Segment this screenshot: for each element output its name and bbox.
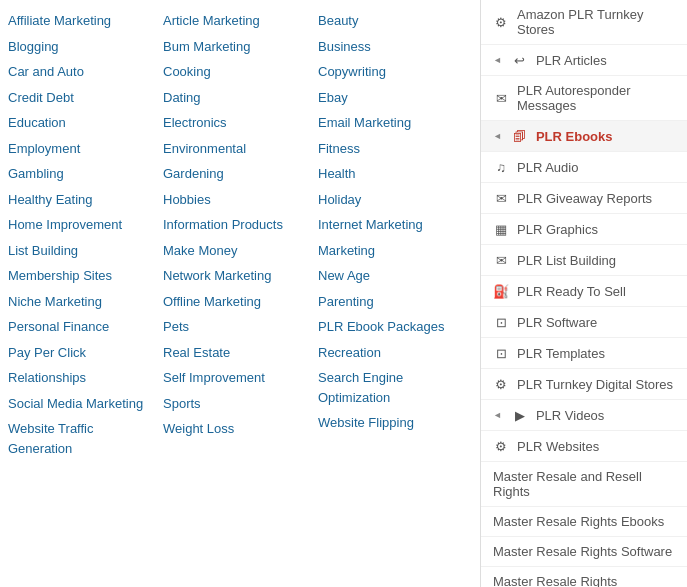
- category-item[interactable]: Home Improvement: [4, 212, 159, 238]
- sidebar-item-master-resale[interactable]: Master Resale and Resell Rights: [481, 462, 687, 507]
- menu-label: Master Resale Rights Templates: [493, 574, 675, 587]
- menu-label: Master Resale and Resell Rights: [493, 469, 675, 499]
- category-panel: Affiliate MarketingBloggingCar and AutoC…: [0, 0, 480, 587]
- cart-icon: ⛽: [493, 283, 509, 299]
- category-item[interactable]: List Building: [4, 238, 159, 264]
- category-item[interactable]: Gambling: [4, 161, 159, 187]
- menu-label: PLR Ready To Sell: [517, 284, 626, 299]
- sidebar-item-master-software[interactable]: Master Resale Rights Software: [481, 537, 687, 567]
- menu-label: PLR Autoresponder Messages: [517, 83, 675, 113]
- category-item[interactable]: Email Marketing: [314, 110, 479, 136]
- category-item[interactable]: Blogging: [4, 34, 159, 60]
- arrow-icon: ◄: [493, 55, 502, 65]
- category-item[interactable]: PLR Ebook Packages: [314, 314, 479, 340]
- gear-icon: ⚙: [493, 376, 509, 392]
- category-item[interactable]: Beauty: [314, 8, 479, 34]
- music-icon: ♫: [493, 159, 509, 175]
- menu-label: PLR Ebooks: [536, 129, 613, 144]
- category-item[interactable]: Holiday: [314, 187, 479, 213]
- category-item[interactable]: Relationships: [4, 365, 159, 391]
- sidebar-item-plr-turnkey[interactable]: ⚙PLR Turnkey Digital Stores: [481, 369, 687, 400]
- sidebar-item-plr-audio[interactable]: ♫PLR Audio: [481, 152, 687, 183]
- image-icon: ▦: [493, 221, 509, 237]
- category-item[interactable]: Social Media Marketing: [4, 391, 159, 417]
- gear-icon: ⚙: [493, 14, 509, 30]
- sidebar-item-plr-giveaway[interactable]: ✉PLR Giveaway Reports: [481, 183, 687, 214]
- category-item[interactable]: Membership Sites: [4, 263, 159, 289]
- category-item[interactable]: Website Flipping: [314, 410, 479, 436]
- category-col3: BeautyBusinessCopywritingEbayEmail Marke…: [314, 8, 479, 461]
- category-item[interactable]: Personal Finance: [4, 314, 159, 340]
- sidebar-item-plr-videos[interactable]: ◄▶PLR Videos: [481, 400, 687, 431]
- category-item[interactable]: Gardening: [159, 161, 314, 187]
- arrow-icon: ◄: [493, 131, 502, 141]
- category-item[interactable]: Car and Auto: [4, 59, 159, 85]
- category-item[interactable]: Website Traffic Generation: [4, 416, 159, 461]
- category-item[interactable]: Credit Debt: [4, 85, 159, 111]
- menu-label: PLR Templates: [517, 346, 605, 361]
- category-item[interactable]: Parenting: [314, 289, 479, 315]
- sidebar-item-plr-articles[interactable]: ◄↩PLR Articles: [481, 45, 687, 76]
- category-item[interactable]: Niche Marketing: [4, 289, 159, 315]
- menu-label: Master Resale Rights Software: [493, 544, 672, 559]
- category-item[interactable]: Sports: [159, 391, 314, 417]
- sidebar-item-plr-software[interactable]: ⊡PLR Software: [481, 307, 687, 338]
- category-grid: Affiliate MarketingBloggingCar and AutoC…: [4, 8, 476, 461]
- category-item[interactable]: Dating: [159, 85, 314, 111]
- category-item[interactable]: Recreation: [314, 340, 479, 366]
- menu-label: PLR Software: [517, 315, 597, 330]
- menu-label: PLR Videos: [536, 408, 604, 423]
- menu-label: PLR Articles: [536, 53, 607, 68]
- sidebar-item-amazon-plr[interactable]: ⚙Amazon PLR Turnkey Stores: [481, 0, 687, 45]
- category-col2: Article MarketingBum MarketingCookingDat…: [159, 8, 314, 461]
- category-item[interactable]: Internet Marketing: [314, 212, 479, 238]
- envelope-icon: ✉: [493, 90, 509, 106]
- category-item[interactable]: Cooking: [159, 59, 314, 85]
- category-item[interactable]: Article Marketing: [159, 8, 314, 34]
- category-item[interactable]: Environmental: [159, 136, 314, 162]
- category-item[interactable]: New Age: [314, 263, 479, 289]
- category-item[interactable]: Make Money: [159, 238, 314, 264]
- sidebar-item-plr-websites[interactable]: ⚙PLR Websites: [481, 431, 687, 462]
- category-item[interactable]: Employment: [4, 136, 159, 162]
- envelope-icon: ✉: [493, 252, 509, 268]
- category-item[interactable]: Electronics: [159, 110, 314, 136]
- category-item[interactable]: Weight Loss: [159, 416, 314, 442]
- category-item[interactable]: Fitness: [314, 136, 479, 162]
- category-item[interactable]: Pets: [159, 314, 314, 340]
- sidebar-item-plr-autoresponder[interactable]: ✉PLR Autoresponder Messages: [481, 76, 687, 121]
- category-item[interactable]: Marketing: [314, 238, 479, 264]
- sidebar-item-master-templates[interactable]: Master Resale Rights Templates: [481, 567, 687, 587]
- category-item[interactable]: Ebay: [314, 85, 479, 111]
- category-item[interactable]: Network Marketing: [159, 263, 314, 289]
- category-item[interactable]: Offline Marketing: [159, 289, 314, 315]
- menu-label: PLR Graphics: [517, 222, 598, 237]
- category-item[interactable]: Self Improvement: [159, 365, 314, 391]
- menu-label: Amazon PLR Turnkey Stores: [517, 7, 675, 37]
- category-item[interactable]: Information Products: [159, 212, 314, 238]
- sidebar-item-plr-templates[interactable]: ⊡PLR Templates: [481, 338, 687, 369]
- sidebar-item-plr-list-building[interactable]: ✉PLR List Building: [481, 245, 687, 276]
- menu-label: PLR Turnkey Digital Stores: [517, 377, 673, 392]
- sidebar-item-plr-graphics[interactable]: ▦PLR Graphics: [481, 214, 687, 245]
- category-item[interactable]: Affiliate Marketing: [4, 8, 159, 34]
- category-item[interactable]: Bum Marketing: [159, 34, 314, 60]
- category-item[interactable]: Copywriting: [314, 59, 479, 85]
- sidebar-panel: ⚙Amazon PLR Turnkey Stores◄↩PLR Articles…: [480, 0, 687, 587]
- gear-icon: ⚙: [493, 438, 509, 454]
- category-item[interactable]: Health: [314, 161, 479, 187]
- category-item[interactable]: Hobbies: [159, 187, 314, 213]
- category-item[interactable]: Real Estate: [159, 340, 314, 366]
- arrow-icon: ↩: [512, 52, 528, 68]
- sidebar-item-plr-ebooks[interactable]: ◄🗐PLR Ebooks: [481, 121, 687, 152]
- sidebar-item-plr-ready[interactable]: ⛽PLR Ready To Sell: [481, 276, 687, 307]
- menu-label: PLR List Building: [517, 253, 616, 268]
- video-icon: ▶: [512, 407, 528, 423]
- category-item[interactable]: Healthy Eating: [4, 187, 159, 213]
- menu-label: PLR Audio: [517, 160, 578, 175]
- sidebar-item-master-ebooks[interactable]: Master Resale Rights Ebooks: [481, 507, 687, 537]
- category-item[interactable]: Pay Per Click: [4, 340, 159, 366]
- category-item[interactable]: Business: [314, 34, 479, 60]
- category-item[interactable]: Search Engine Optimization: [314, 365, 479, 410]
- category-item[interactable]: Education: [4, 110, 159, 136]
